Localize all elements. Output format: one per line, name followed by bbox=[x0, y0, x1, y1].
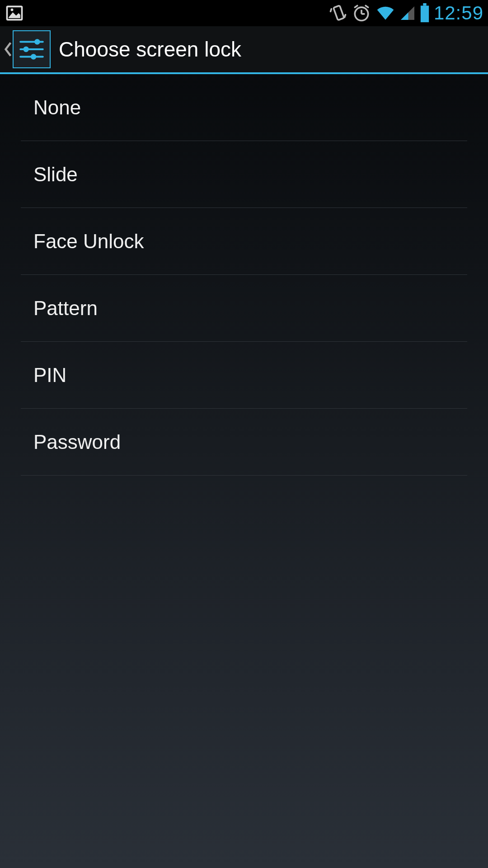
list-item-label: Slide bbox=[33, 163, 78, 186]
page-title: Choose screen lock bbox=[59, 37, 241, 61]
svg-rect-11 bbox=[421, 6, 429, 23]
svg-point-15 bbox=[34, 39, 40, 44]
status-right: 12:59 bbox=[328, 2, 483, 24]
list-item-label: None bbox=[33, 96, 81, 119]
lock-option-slide[interactable]: Slide bbox=[21, 141, 467, 208]
svg-line-8 bbox=[355, 6, 357, 8]
back-chevron-icon[interactable] bbox=[4, 40, 13, 58]
svg-point-16 bbox=[23, 47, 28, 52]
svg-point-1 bbox=[11, 9, 14, 11]
svg-line-9 bbox=[366, 6, 368, 8]
lock-option-password[interactable]: Password bbox=[21, 409, 467, 476]
list-item-label: Face Unlock bbox=[33, 230, 144, 253]
list-item-label: Password bbox=[33, 431, 121, 453]
svg-line-4 bbox=[345, 15, 346, 18]
action-bar[interactable]: Choose screen lock bbox=[0, 26, 488, 74]
status-left bbox=[5, 3, 24, 23]
lock-option-pin[interactable]: PIN bbox=[21, 342, 467, 409]
svg-point-17 bbox=[31, 54, 36, 59]
battery-icon bbox=[419, 3, 430, 23]
lock-option-pattern[interactable]: Pattern bbox=[21, 275, 467, 342]
lock-option-face-unlock[interactable]: Face Unlock bbox=[21, 208, 467, 275]
lock-option-none[interactable]: None bbox=[21, 74, 467, 141]
cellular-icon bbox=[399, 3, 416, 23]
svg-rect-10 bbox=[423, 3, 426, 6]
svg-line-3 bbox=[330, 9, 331, 12]
status-clock: 12:59 bbox=[434, 2, 483, 24]
status-bar: 12:59 bbox=[0, 0, 488, 26]
wifi-icon bbox=[375, 3, 396, 23]
alarm-icon bbox=[352, 3, 371, 23]
list-item-label: PIN bbox=[33, 364, 66, 387]
list-item-label: Pattern bbox=[33, 297, 98, 320]
vibrate-icon bbox=[328, 3, 348, 23]
svg-rect-2 bbox=[333, 5, 344, 20]
screenshot-notification-icon bbox=[5, 3, 24, 23]
lock-options-list: None Slide Face Unlock Pattern PIN Passw… bbox=[0, 74, 488, 476]
settings-sliders-icon[interactable] bbox=[13, 30, 51, 68]
